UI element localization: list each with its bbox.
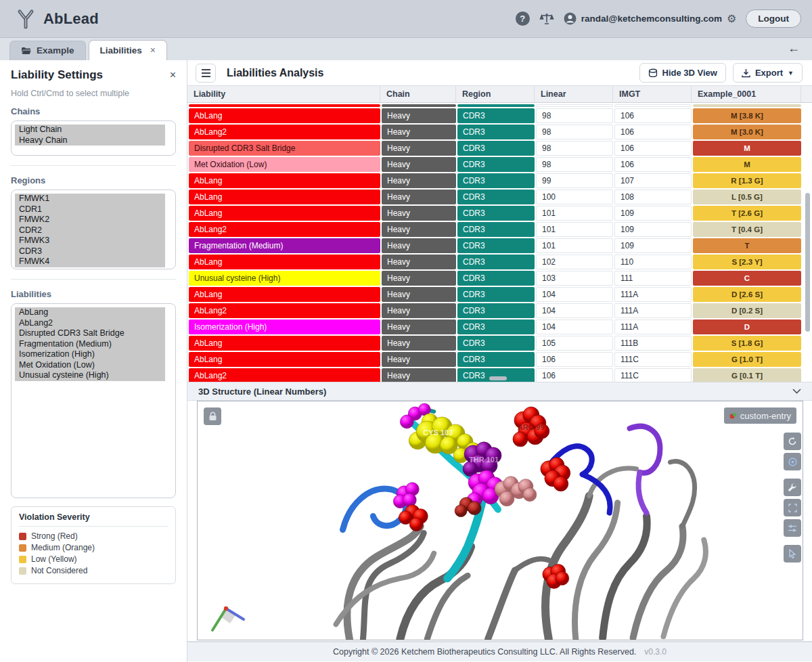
liability-option[interactable]: Disrupted CDR3 Salt Bridge [15, 328, 165, 339]
liabilities-listbox[interactable]: AbLangAbLang2Disrupted CDR3 Salt BridgeF… [11, 303, 176, 498]
severity-label: Medium (Orange) [31, 543, 95, 552]
collapse-arrow-icon[interactable]: ← [788, 41, 800, 56]
region-option[interactable]: CDR2 [15, 225, 165, 236]
table-row[interactable]: Fragmentation (Medium) Heavy CDR3 101 10… [189, 238, 811, 253]
custom-entry-button[interactable]: custom-entry [724, 407, 796, 424]
region-option[interactable]: FMWK2 [15, 215, 165, 225]
liability-option[interactable]: Met Oxidation (Low) [15, 360, 165, 371]
region-cell: CDR3 [457, 287, 535, 302]
liability-option[interactable]: AbLang2 [15, 318, 165, 329]
column-header[interactable]: Example_0001 [692, 86, 801, 102]
liability-cell: AbLang [189, 336, 380, 351]
viewer-canvas[interactable]: CYS 103 THR 101 ARG 99 custom-e [197, 401, 803, 640]
export-button[interactable]: Export ▼ [733, 63, 803, 83]
chains-listbox[interactable]: Light ChainHeavy Chain [11, 120, 176, 156]
selection-mode-button[interactable] [784, 545, 801, 562]
linear-cell: 98 [536, 108, 613, 123]
table-row[interactable]: Isomerization (High) Heavy CDR3 104 111A… [189, 319, 811, 334]
liability-cell: AbLang [189, 352, 380, 367]
column-header[interactable]: IMGT [613, 86, 692, 102]
region-cell: CDR3 [457, 141, 535, 156]
custom-entry-label: custom-entry [740, 411, 791, 421]
liability-option[interactable]: AbLang [15, 307, 165, 318]
user-chip[interactable]: randal@ketchemconsulting.com ⚙ [564, 12, 737, 25]
chain-cell: Heavy [382, 190, 456, 204]
table-row[interactable]: AbLang Heavy CDR3 104 111A D [2.6 S] [189, 287, 811, 302]
liability-option[interactable]: Unusual cysteine (High) [15, 370, 165, 381]
table-row[interactable]: AbLang2 Heavy CDR3 104 111A D [0.2 S] [189, 303, 811, 318]
region-option[interactable]: CDR3 [15, 246, 165, 257]
linear-cell: 104 [536, 287, 613, 302]
liability-settings-panel: Liability Settings × Hold Ctrl/Cmd to se… [0, 60, 187, 662]
value-cell: M [693, 141, 801, 156]
region-option[interactable]: FMWK1 [15, 194, 165, 204]
horizontal-scrollbar[interactable] [489, 376, 507, 380]
partial-scrolled-row [189, 104, 811, 107]
vertical-scrollbar[interactable] [805, 193, 810, 332]
liabilities-table: LiabilityChainRegionLinearIMGTExample_00… [187, 85, 812, 382]
liability-option[interactable]: Isomerization (High) [15, 349, 165, 360]
table-row[interactable]: AbLang Heavy CDR3 106 111C G [1.0 T] [189, 352, 811, 367]
severity-item: Not Considered [19, 566, 168, 575]
help-icon[interactable]: ? [516, 12, 530, 26]
tab-liabilities[interactable]: Liabilities × [89, 40, 167, 60]
linear-cell: 104 [536, 319, 613, 334]
logout-button[interactable]: Logout [746, 9, 801, 28]
column-header[interactable]: Region [456, 86, 535, 102]
table-row[interactable]: Disrupted CDR3 Salt Bridge Heavy CDR3 98… [189, 141, 811, 156]
table-row[interactable]: AbLang Heavy CDR3 101 109 T [2.6 G] [189, 206, 811, 221]
linear-cell: 105 [536, 336, 613, 351]
severity-swatch [19, 556, 26, 563]
menu-button[interactable] [196, 64, 216, 83]
tab-close-icon[interactable]: × [150, 45, 156, 56]
imgt-cell: 111C [614, 352, 692, 367]
structure-section-bar[interactable]: 3D Structure (Linear Numbers) [187, 382, 812, 401]
region-option[interactable]: FMWK3 [15, 236, 165, 246]
value-cell: R [1.3 G] [693, 173, 801, 188]
liability-option[interactable]: Fragmentation (Medium) [15, 339, 165, 350]
imgt-cell: 106 [614, 157, 692, 172]
value-cell: S [2.3 Y] [693, 255, 801, 269]
liability-cell: Unusual cysteine (High) [189, 271, 380, 286]
center-target-button[interactable] [784, 453, 801, 470]
table-row[interactable]: Met Oxidation (Low) Heavy CDR3 98 106 M [189, 157, 811, 172]
reset-view-button[interactable] [784, 433, 801, 450]
settings-sliders-button[interactable] [784, 519, 801, 537]
region-cell: CDR3 [457, 173, 535, 188]
column-header[interactable]: Chain [380, 86, 456, 102]
tools-button[interactable] [784, 479, 801, 496]
region-option[interactable]: FMWK4 [15, 257, 165, 267]
sliders-icon [788, 524, 797, 533]
expand-button[interactable] [784, 499, 801, 516]
linear-cell: 104 [536, 303, 613, 318]
table-row[interactable]: Unusual cysteine (High) Heavy CDR3 103 1… [189, 271, 811, 286]
table-row[interactable]: AbLang Heavy CDR3 99 107 R [1.3 G] [189, 173, 811, 188]
chain-option[interactable]: Light Chain [15, 125, 165, 135]
chevron-down-icon[interactable] [792, 389, 801, 394]
value-cell: G [1.0 T] [693, 352, 801, 367]
region-cell: CDR3 [457, 108, 535, 123]
panel-close-icon[interactable]: × [170, 69, 176, 81]
column-header[interactable]: Linear [535, 86, 613, 102]
table-row[interactable]: AbLang2 Heavy CDR3 101 109 T [0.4 G] [189, 222, 811, 237]
table-row[interactable]: AbLang Heavy CDR3 98 106 M [3.8 K] [189, 108, 811, 123]
hide-3d-view-button[interactable]: Hide 3D View [639, 63, 726, 83]
value-cell: D [0.2 S] [693, 303, 801, 318]
liability-cell: AbLang [189, 173, 380, 188]
scales-icon[interactable] [539, 13, 554, 25]
table-row[interactable]: AbLang2 Heavy CDR3 98 106 M [3.0 K] [189, 125, 811, 139]
table-row[interactable]: AbLang Heavy CDR3 105 111B S [1.8 G] [189, 336, 811, 351]
table-row[interactable]: AbLang Heavy CDR3 100 108 L [0.5 G] [189, 190, 811, 204]
liability-cell: AbLang2 [189, 222, 380, 237]
lock-button[interactable] [204, 407, 221, 425]
imgt-cell: 107 [614, 173, 692, 188]
region-cell: CDR3 [457, 336, 535, 351]
tab-example[interactable]: Example [9, 41, 86, 60]
top-header: AbLead ? randal@ketchemconsulting.com ⚙ … [0, 0, 812, 38]
table-row[interactable]: AbLang Heavy CDR3 102 110 S [2.3 Y] [189, 255, 811, 269]
settings-gear-icon[interactable]: ⚙ [727, 12, 736, 25]
regions-listbox[interactable]: FMWK1CDR1FMWK2CDR2FMWK3CDR3FMWK4 [11, 190, 176, 269]
column-header[interactable]: Liability [187, 86, 380, 102]
region-option[interactable]: CDR1 [15, 204, 165, 215]
chain-option[interactable]: Heavy Chain [15, 135, 165, 146]
